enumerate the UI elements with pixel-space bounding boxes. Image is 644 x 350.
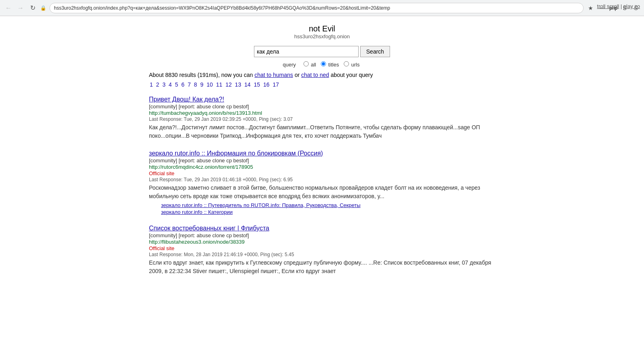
- pagination-page-13[interactable]: 13: [235, 81, 242, 88]
- pagination-page-1[interactable]: 1: [150, 81, 153, 88]
- pagination-page-10[interactable]: 10: [206, 81, 213, 88]
- result-url-1: http://rutorc6mqdinc4cz.onion/torrent/17…: [149, 164, 495, 170]
- browser-chrome: ← → ↻ 🔒 ★ ⋯ php S S: [0, 0, 644, 16]
- result-ping-1: Last Response: Tue, 29 Jan 2019 01:46:18…: [149, 177, 495, 182]
- result-item-2: Список востребованных книг | Флибуста[co…: [149, 225, 495, 275]
- result-title-1: зеркало rutor.info :: Информация по блок…: [149, 150, 495, 157]
- results-text-after: about your query: [329, 72, 373, 78]
- pagination-page-15[interactable]: 15: [254, 81, 260, 88]
- result-url-2: http://flibustahezeous3.onion/node/38339: [149, 239, 495, 245]
- result-snippet-2: Если кто вдруг знает, как прикрутить к Г…: [149, 259, 495, 275]
- bookmark-icon[interactable]: ★: [587, 4, 595, 12]
- results-info: About 8830 results (191ms), now you can …: [149, 72, 495, 78]
- option-titles-text: titles: [328, 62, 339, 68]
- site-title: not Evil: [149, 24, 495, 33]
- play-zo-link[interactable]: play zo: [623, 3, 640, 9]
- pagination-page-7[interactable]: 7: [188, 81, 191, 88]
- search-input[interactable]: [254, 46, 359, 57]
- chat-to-humans-link[interactable]: chat to humans: [254, 72, 293, 78]
- pagination-page-12[interactable]: 12: [225, 81, 232, 88]
- result-meta-1: [community] [report: abuse clone cp best…: [149, 157, 495, 164]
- result-item-1: зеркало rutor.info :: Информация по блок…: [149, 150, 495, 215]
- result-meta-2: [community] [report: abuse clone cp best…: [149, 232, 495, 238]
- pagination-page-4[interactable]: 4: [169, 81, 172, 88]
- result-snippet-0: Как дела?!...Достигнут лимит постов...До…: [149, 123, 495, 140]
- option-all-radio[interactable]: [303, 61, 309, 66]
- address-bar[interactable]: [50, 3, 584, 13]
- pagination-page-2[interactable]: 2: [156, 81, 159, 88]
- query-label: query: [283, 62, 296, 68]
- pagination-page-3[interactable]: 3: [162, 81, 165, 88]
- pagination: 1 2 3 4 5 6 7 8 9 10 11 12 13 14 15 16 1…: [149, 81, 495, 88]
- site-header: not Evil hss3uro2hsxfogfq.onion: [149, 24, 495, 39]
- security-icon: 🔒: [40, 5, 46, 11]
- pagination-page-11[interactable]: 11: [216, 81, 223, 88]
- result-official-1: Official site: [149, 170, 495, 176]
- option-all-label[interactable]: all: [303, 62, 318, 68]
- option-urls-text: urls: [351, 62, 359, 68]
- result-title-link-2[interactable]: Список востребованных книг | Флибуста: [149, 225, 269, 232]
- result-title-link-0[interactable]: Привет Двощ! Как дела?!: [149, 96, 224, 103]
- option-urls-radio[interactable]: [344, 61, 349, 66]
- top-right-links: troll scroll | play zo: [597, 3, 640, 9]
- pagination-page-5[interactable]: 5: [175, 81, 178, 88]
- pagination-page-9[interactable]: 9: [200, 81, 204, 88]
- result-ping-2: Last Response: Mon, 28 Jan 2019 21:46:19…: [149, 252, 495, 257]
- pagination-page-17[interactable]: 17: [272, 81, 279, 88]
- option-urls-label[interactable]: urls: [344, 62, 360, 68]
- result-title-link-1[interactable]: зеркало rutor.info :: Информация по блок…: [149, 150, 323, 157]
- search-form: Search: [149, 46, 495, 57]
- chat-to-ned-link[interactable]: chat to ned: [301, 72, 329, 78]
- pagination-page-8[interactable]: 8: [194, 81, 197, 88]
- results-text-before: About 8830 results (191ms), now you can: [149, 72, 254, 78]
- option-all-text: all: [311, 62, 316, 68]
- result-meta-0: [community] [report: abuse clone cp best…: [149, 104, 495, 110]
- result-sublinks-1: зеркало rutor.info :: Путеводитель по RU…: [161, 202, 495, 215]
- option-titles-radio[interactable]: [321, 61, 326, 66]
- search-button[interactable]: Search: [360, 46, 390, 57]
- result-title-0: Привет Двощ! Как дела?!: [149, 96, 495, 103]
- site-url: hss3uro2hsxfogfq.onion: [149, 33, 495, 39]
- result-sublink-1-1[interactable]: зеркало rutor.info :: Категории: [161, 209, 495, 215]
- result-sublink-1-0[interactable]: зеркало rutor.info :: Путеводитель по RU…: [161, 202, 495, 208]
- result-title-2: Список востребованных книг | Флибуста: [149, 225, 495, 232]
- pagination-page-6[interactable]: 6: [181, 81, 184, 88]
- result-item-0: Привет Двощ! Как дела?![community] [repo…: [149, 96, 495, 140]
- pagination-page-16[interactable]: 16: [263, 81, 270, 88]
- results-container: Привет Двощ! Как дела?![community] [repo…: [149, 96, 495, 275]
- reload-button[interactable]: ↻: [28, 4, 37, 12]
- result-snippet-1: Роскомнадзор заметно сливает в этой битв…: [149, 184, 495, 201]
- result-ping-0: Last Response: Tue, 29 Jan 2019 02:39:25…: [149, 116, 495, 122]
- back-button[interactable]: ←: [4, 4, 13, 12]
- page-content: not Evil hss3uro2hsxfogfq.onion Search q…: [141, 16, 503, 293]
- forward-button[interactable]: →: [16, 4, 25, 12]
- pagination-page-14[interactable]: 14: [244, 81, 251, 88]
- search-options: query all titles urls: [149, 61, 495, 68]
- result-url-0: http://tumbachegvyaadyq.onion/b/res/1391…: [149, 110, 495, 116]
- result-official-2: Official site: [149, 245, 495, 251]
- results-text-or: or: [293, 72, 301, 78]
- option-titles-label[interactable]: titles: [321, 62, 341, 68]
- troll-scroll-link[interactable]: troll scroll: [597, 3, 619, 9]
